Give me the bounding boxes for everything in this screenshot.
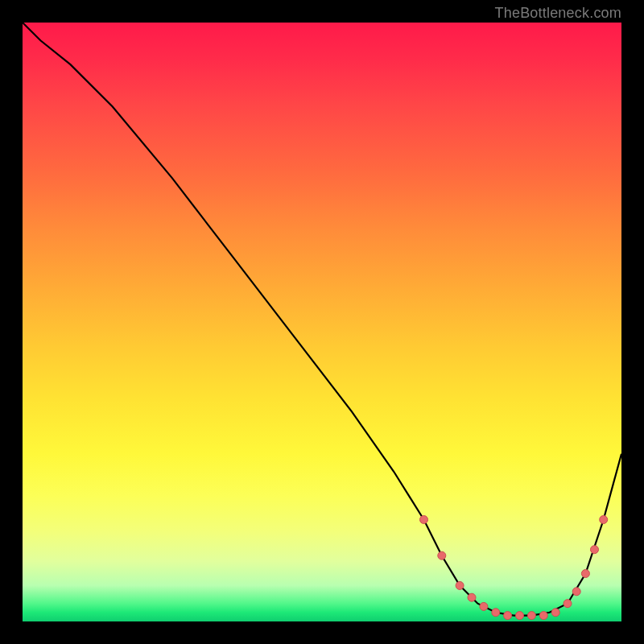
watermark-label: TheBottleneck.com xyxy=(495,5,621,21)
data-point xyxy=(480,602,488,610)
data-point xyxy=(600,516,608,524)
data-point xyxy=(527,612,535,620)
data-point xyxy=(572,588,580,596)
data-point xyxy=(468,593,476,601)
curve-layer xyxy=(23,23,621,621)
plot-area xyxy=(23,23,621,621)
data-point xyxy=(591,546,599,554)
data-point xyxy=(551,609,559,617)
data-point xyxy=(492,609,500,617)
data-point xyxy=(456,581,464,589)
data-point xyxy=(504,612,512,620)
bottleneck-curve xyxy=(23,23,621,616)
data-point xyxy=(539,612,547,620)
watermark-text: TheBottleneck.com xyxy=(495,5,621,22)
data-point xyxy=(564,600,572,608)
data-point xyxy=(420,516,428,524)
data-point xyxy=(581,570,589,578)
chart-frame: TheBottleneck.com xyxy=(0,0,644,644)
data-point xyxy=(438,551,446,559)
data-point xyxy=(516,612,524,620)
